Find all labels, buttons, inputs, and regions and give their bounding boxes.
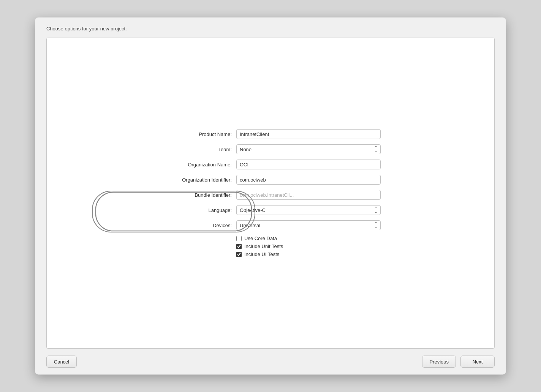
devices-label: Devices:	[160, 223, 236, 228]
language-label: Language:	[160, 207, 236, 213]
include-ui-tests-checkbox[interactable]	[236, 252, 242, 257]
dialog-title: Choose options for your new project:	[46, 26, 127, 32]
org-name-label: Organization Name:	[160, 162, 236, 168]
form-container: Product Name: Team: None ⌃ ⌄ Orga	[160, 129, 381, 257]
language-select[interactable]: Objective-C Swift	[236, 205, 381, 215]
project-options-dialog: Choose options for your new project: Pro…	[35, 17, 506, 375]
dialog-header: Choose options for your new project:	[35, 17, 506, 38]
language-select-wrapper: Objective-C Swift ⌃ ⌄	[236, 205, 381, 215]
next-button[interactable]: Next	[460, 356, 495, 368]
devices-select-wrapper: Universal iPhone iPad ⌃ ⌄	[236, 220, 381, 230]
use-core-data-label: Use Core Data	[244, 236, 277, 241]
bundle-id-row: Bundle Identifier:	[160, 190, 381, 200]
bundle-id-input[interactable]	[236, 190, 381, 200]
product-name-label: Product Name:	[160, 131, 236, 137]
org-id-row: Organization Identifier:	[160, 175, 381, 185]
include-ui-tests-row: Include UI Tests	[236, 251, 381, 257]
team-select[interactable]: None	[236, 144, 381, 154]
include-unit-tests-label: Include Unit Tests	[244, 243, 283, 249]
team-select-wrapper: None ⌃ ⌄	[236, 144, 381, 154]
use-core-data-checkbox[interactable]	[236, 236, 242, 241]
product-name-row: Product Name:	[160, 129, 381, 139]
devices-select[interactable]: Universal iPhone iPad	[236, 220, 381, 230]
product-name-input[interactable]	[236, 129, 381, 139]
devices-row: Devices: Universal iPhone iPad ⌃ ⌄	[160, 220, 381, 230]
include-ui-tests-label: Include UI Tests	[244, 251, 279, 257]
checkboxes-section: Use Core Data Include Unit Tests Include…	[236, 236, 381, 257]
org-name-row: Organization Name:	[160, 160, 381, 169]
org-id-input[interactable]	[236, 175, 381, 185]
team-row: Team: None ⌃ ⌄	[160, 144, 381, 154]
previous-button[interactable]: Previous	[422, 356, 456, 368]
org-name-input[interactable]	[236, 160, 381, 169]
org-id-label: Organization Identifier:	[160, 177, 236, 183]
include-unit-tests-row: Include Unit Tests	[236, 243, 381, 249]
footer-left: Cancel	[46, 356, 77, 368]
cancel-button[interactable]: Cancel	[46, 356, 77, 368]
include-unit-tests-checkbox[interactable]	[236, 244, 242, 249]
dialog-content: Product Name: Team: None ⌃ ⌄ Orga	[46, 38, 495, 349]
bundle-id-label: Bundle Identifier:	[160, 192, 236, 198]
dialog-footer: Cancel Previous Next	[35, 349, 506, 375]
footer-right: Previous Next	[422, 356, 495, 368]
team-label: Team:	[160, 147, 236, 152]
language-row: Language: Objective-C Swift ⌃ ⌄	[160, 205, 381, 215]
use-core-data-row: Use Core Data	[236, 236, 381, 241]
